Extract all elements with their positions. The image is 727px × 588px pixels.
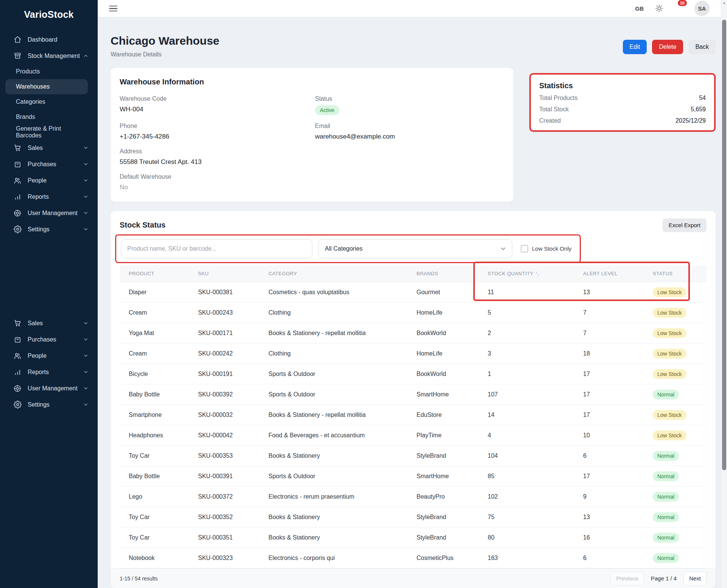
cell-product: Toy Car — [120, 446, 198, 466]
table-row[interactable]: SmartphoneSKU-000032Books & Stationery -… — [120, 405, 707, 425]
sidebar-item-warehouses[interactable]: Warehouses — [5, 79, 88, 94]
target-icon — [13, 384, 22, 393]
locale-switcher[interactable]: GB — [635, 5, 644, 12]
sidebar-item-label: Settings — [28, 226, 50, 233]
cell-alert-level: 6 — [583, 446, 653, 466]
sidebar-spacer — [0, 237, 98, 315]
sidebar-item-reports[interactable]: Reports — [0, 364, 98, 380]
column-header-stock-quantity[interactable]: STOCK QUANTITY↑↓ — [488, 265, 583, 282]
sidebar-item-sales[interactable]: Sales — [0, 140, 98, 156]
cell-sku: SKU-000353 — [198, 446, 268, 466]
sidebar-item-stock-management[interactable]: Stock Management — [0, 48, 98, 64]
edit-button[interactable]: Edit — [623, 40, 647, 54]
search-input[interactable] — [121, 239, 312, 258]
cell-sku: SKU-000372 — [198, 487, 268, 507]
bag-icon — [13, 160, 22, 169]
cell-alert-level: 9 — [583, 487, 653, 507]
sidebar-item-user-management[interactable]: User Management — [0, 205, 98, 221]
sidebar-item-label: Reports — [28, 369, 49, 376]
chevron-down-icon — [500, 245, 507, 252]
cell-alert-level: 17 — [583, 466, 653, 487]
low-stock-filter[interactable]: Low Stock Only — [518, 245, 575, 253]
sort-icon[interactable]: ↑↓ — [535, 271, 540, 276]
sidebar-item-label: Dashboard — [28, 36, 57, 43]
status-badge: Low Stock — [653, 430, 686, 440]
sidebar-nav: DashboardStock ManagementProductsWarehou… — [0, 31, 98, 413]
table-row[interactable]: Baby BottleSKU-000392Sports & OutdoorSma… — [120, 384, 707, 405]
cell-category: Books & Stationery - repellat mollitia — [268, 323, 417, 343]
chevron-down-icon — [83, 178, 89, 183]
menu-toggle-button[interactable] — [109, 6, 117, 12]
table-row[interactable]: Toy CarSKU-000353Books & StationeryStyle… — [120, 446, 707, 466]
sidebar-item-settings[interactable]: Settings — [0, 221, 98, 237]
stock-status-card: Stock Status Excel Export All Categories… — [111, 211, 716, 588]
column-header-brands: BRANDS — [417, 265, 488, 282]
back-button[interactable]: Back — [688, 40, 716, 54]
sidebar-item-sales[interactable]: Sales — [0, 315, 98, 331]
chevron-down-icon — [83, 145, 89, 151]
cell-product: Baby Bottle — [120, 466, 198, 487]
sidebar-item-label: People — [28, 352, 47, 359]
table-row[interactable]: CreamSKU-000243ClothingHomeLife57Low Sto… — [120, 303, 707, 323]
stat-value: 2025/12/29 — [676, 117, 706, 124]
target-icon — [13, 209, 22, 218]
sidebar-item-purchases[interactable]: Purchases — [0, 331, 98, 348]
cell-sku: SKU-000391 — [198, 466, 268, 487]
table-row[interactable]: Toy CarSKU-000351Books & StationeryStyle… — [120, 527, 707, 548]
table-row[interactable]: Toy CarSKU-000352Books & StationeryStyle… — [120, 507, 707, 527]
sidebar-item-categories[interactable]: Categories — [5, 94, 88, 109]
table-row[interactable]: Yoga MatSKU-000171Books & Stationery - r… — [120, 323, 707, 343]
scrollbar-thumb[interactable] — [722, 20, 726, 470]
theme-toggle-sun-icon[interactable] — [655, 4, 663, 12]
sidebar-item-label: Warehouses — [16, 83, 50, 90]
window-scrollbar[interactable]: ▲ — [721, 0, 727, 588]
cell-alert-level: 10 — [583, 425, 653, 446]
sidebar-item-settings[interactable]: Settings — [0, 396, 98, 413]
cell-product: Headphones — [120, 425, 198, 446]
sidebar-item-label: User Management — [28, 385, 78, 392]
notification-badge: 10 — [678, 0, 687, 6]
cell-alert-level: 6 — [583, 548, 653, 568]
sidebar-item-user-management[interactable]: User Management — [0, 380, 98, 396]
sidebar-item-brands[interactable]: Brands — [5, 109, 88, 125]
cell-stock-quantity: 102 — [488, 487, 583, 507]
notifications-button[interactable]: 10 — [675, 4, 683, 12]
table-row[interactable]: CreamSKU-000242ClothingHomeLife318Low St… — [120, 343, 707, 364]
annotation-rect-filters: All Categories Low Stock Only — [115, 234, 581, 263]
previous-page-button[interactable]: Previous — [610, 572, 644, 585]
sidebar-item-generate-print-barcodes[interactable]: Generate & Print Barcodes — [5, 125, 88, 140]
table-row[interactable]: DiaperSKU-000381Cosmetics - quas volupta… — [120, 282, 707, 303]
table-row[interactable]: Baby BottleSKU-000391Sports & OutdoorSma… — [120, 466, 707, 487]
category-select[interactable]: All Categories — [318, 239, 512, 258]
user-avatar[interactable]: SA — [694, 1, 710, 16]
next-page-button[interactable]: Next — [683, 572, 707, 585]
statistics-card annotation-rect-statistics: Statistics Total Products54Total Stock5,… — [529, 73, 716, 132]
table-row[interactable]: NotebookSKU-000323Electronics - corporis… — [120, 548, 707, 568]
status-badge: Low Stock — [653, 410, 686, 420]
scrollbar-up-arrow[interactable]: ▲ — [721, 0, 727, 6]
table-row[interactable]: BicycleSKU-000191Sports & OutdoorBookWor… — [120, 364, 707, 384]
sidebar-item-reports[interactable]: Reports — [0, 189, 98, 205]
cell-stock-quantity: 80 — [488, 527, 583, 548]
cell-status: Low Stock — [653, 303, 707, 323]
field-warehouse-code: Warehouse Code WH-004 — [120, 95, 315, 115]
cell-status: Low Stock — [653, 323, 707, 343]
stat-value: 54 — [699, 95, 706, 101]
low-stock-checkbox[interactable] — [521, 245, 528, 253]
excel-export-button[interactable]: Excel Export — [663, 218, 707, 232]
sidebar-item-people[interactable]: People — [0, 348, 98, 364]
sidebar-item-dashboard[interactable]: Dashboard — [0, 31, 98, 48]
cell-stock-quantity: 163 — [488, 548, 583, 568]
sidebar-item-products[interactable]: Products — [5, 64, 88, 79]
status-badge: Normal — [653, 553, 679, 563]
sidebar-item-people[interactable]: People — [0, 172, 98, 189]
sidebar-item-purchases[interactable]: Purchases — [0, 156, 98, 172]
cell-sku: SKU-000352 — [198, 507, 268, 527]
cell-product: Yoga Mat — [120, 323, 198, 343]
cell-category: Sports & Outdoor — [268, 384, 417, 405]
sidebar-item-label: Purchases — [28, 161, 56, 168]
field-status: Status Active — [315, 95, 504, 115]
table-row[interactable]: LegoSKU-000372Electronics - rerum praese… — [120, 487, 707, 507]
delete-button[interactable]: Delete — [652, 40, 683, 54]
table-row[interactable]: HeadphonesSKU-000042Food & Beverages - e… — [120, 425, 707, 446]
